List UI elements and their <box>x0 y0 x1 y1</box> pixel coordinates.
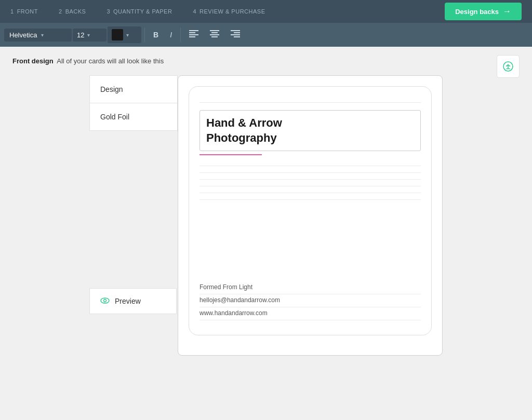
upload-icon <box>502 61 514 72</box>
design-backs-button[interactable]: Design backs → <box>445 3 522 20</box>
svg-rect-8 <box>231 30 240 31</box>
svg-rect-1 <box>189 32 195 33</box>
svg-rect-3 <box>189 36 195 37</box>
card-area: Hand & Arrow Photography <box>178 75 443 356</box>
nav-step-front[interactable]: 1 FRONT <box>10 8 38 15</box>
svg-point-13 <box>101 298 109 303</box>
color-dropdown-arrow: ▾ <box>126 32 129 38</box>
top-navigation: 1 FRONT 2 BACKS 3 QUANTITY & PAPER 4 REV… <box>0 0 532 23</box>
nav-step-backs[interactable]: 2 BACKS <box>59 8 86 15</box>
card-title-box[interactable]: Hand & Arrow Photography <box>200 110 421 151</box>
card-accent-underline <box>200 154 262 155</box>
left-panel: Design Gold Foil <box>89 75 178 131</box>
nav-step-quantity[interactable]: 3 QUANTITY & PAPER <box>107 8 172 15</box>
main-area: Front design All of your cards will all … <box>0 47 532 420</box>
card-spacer <box>200 210 421 226</box>
card-footer-line-1: Formed From Light <box>200 283 421 294</box>
svg-rect-6 <box>210 34 219 35</box>
svg-rect-11 <box>234 36 240 37</box>
preview-button[interactable]: Preview <box>89 288 177 314</box>
font-color-picker[interactable]: ▾ <box>108 26 141 43</box>
align-right-button[interactable] <box>225 27 245 43</box>
card-title-text: Hand & Arrow Photography <box>206 116 414 145</box>
card-line-3 <box>200 179 421 180</box>
svg-rect-5 <box>211 32 218 33</box>
font-selector[interactable]: Helvetica ▾ <box>4 29 72 42</box>
svg-rect-7 <box>211 36 218 37</box>
card-top-line <box>200 99 421 103</box>
gold-foil-panel-item[interactable]: Gold Foil <box>89 103 178 131</box>
upload-button[interactable] <box>497 55 520 78</box>
nav-steps: 1 FRONT 2 BACKS 3 QUANTITY & PAPER 4 REV… <box>10 8 445 15</box>
bold-button[interactable]: B <box>148 28 164 42</box>
card-inner: Hand & Arrow Photography <box>189 86 432 335</box>
design-panel-item[interactable]: Design <box>89 75 178 103</box>
size-dropdown-arrow: ▾ <box>87 32 90 38</box>
align-left-icon <box>189 30 198 37</box>
color-swatch <box>112 29 123 40</box>
align-center-icon <box>210 30 219 37</box>
toolbar-divider-2 <box>180 28 181 42</box>
card-empty-lines <box>200 166 421 200</box>
card-footer-line-3: www.handandarrow.com <box>200 309 421 320</box>
toolbar-divider <box>144 28 145 42</box>
card-line-5 <box>200 193 421 193</box>
eye-icon <box>100 297 110 305</box>
align-center-button[interactable] <box>205 27 224 43</box>
card-line-1 <box>200 166 421 166</box>
svg-rect-2 <box>189 34 198 35</box>
front-design-label: Front design All of your cards will all … <box>12 57 520 65</box>
svg-rect-4 <box>210 30 219 31</box>
card-line-4 <box>200 186 421 186</box>
svg-rect-9 <box>234 32 240 33</box>
align-right-icon <box>231 30 240 37</box>
nav-step-review[interactable]: 4 REVIEW & PURCHASE <box>193 8 265 15</box>
font-dropdown-arrow: ▾ <box>41 32 44 38</box>
card-footer-line-2: hellojes@handandarrow.com <box>200 296 421 307</box>
card-line-2 <box>200 172 421 173</box>
italic-button[interactable]: I <box>165 28 177 42</box>
card-line-6 <box>200 199 421 200</box>
formatting-toolbar: Helvetica ▾ 12 ▾ ▾ B I <box>0 23 532 47</box>
font-size-selector[interactable]: 12 ▾ <box>73 29 107 42</box>
svg-rect-10 <box>231 34 240 35</box>
card-footer: Formed From Light hellojes@handandarrow.… <box>200 283 421 322</box>
align-left-button[interactable] <box>184 27 204 43</box>
svg-point-14 <box>104 300 107 302</box>
svg-rect-0 <box>189 30 198 31</box>
left-panel-wrapper: Design Gold Foil Preview <box>89 75 178 356</box>
design-container: Design Gold Foil Preview <box>89 75 443 356</box>
